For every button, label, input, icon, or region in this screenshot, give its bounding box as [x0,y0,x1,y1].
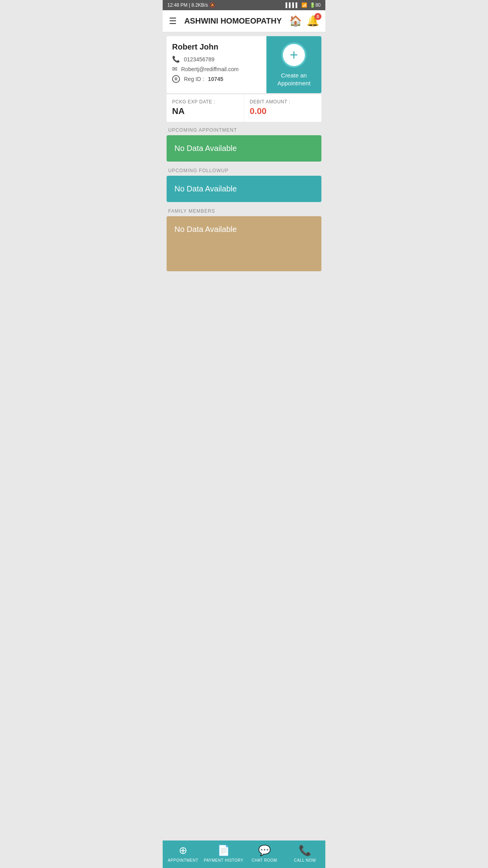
profile-card: Robert John 📞 0123456789 ✉ Robertj@redif… [167,36,321,93]
battery-icon: 🔋80 [310,2,321,8]
status-bar: 12:48 PM | 8.2KB/s 🔕 ▌▌▌▌ 📶 🔋80 [163,0,325,10]
create-appointment-button[interactable]: + Create anAppointment [266,36,321,93]
home-button[interactable]: 🏠 [289,15,302,27]
email-row: ✉ Robertj@rediffmail.com [172,65,261,73]
status-icons: ▌▌▌▌ 📶 🔋80 [286,2,321,8]
header-actions: 🏠 🔔 0 [289,15,319,27]
pkg-exp-label: PCKG EXP DATE : [172,99,238,105]
family-members-no-data: No Data Available [174,225,314,234]
upcoming-followup-card: No Data Available [167,176,321,202]
pkg-exp-cell: PCKG EXP DATE : NA [167,94,244,122]
upcoming-appointment-card: No Data Available [167,135,321,162]
reg-id: 10745 [208,76,223,82]
email-address: Robertj@rediffmail.com [181,66,238,72]
upcoming-followup-no-data: No Data Available [174,184,314,193]
notification-badge: 0 [314,13,321,20]
phone-row: 📞 0123456789 [172,55,261,63]
create-appointment-label: Create anAppointment [277,72,310,87]
info-row: PCKG EXP DATE : NA DEBIT AMOUNT : 0.00 [167,94,321,122]
reg-icon: R [172,75,180,83]
email-icon: ✉ [172,65,177,73]
wifi-icon: 📶 [301,2,307,8]
notification-bell-wrapper[interactable]: 🔔 0 [306,15,319,27]
signal-icon: ▌▌▌▌ [286,2,299,8]
debit-value: 0.00 [250,106,316,116]
plus-icon: + [290,48,298,62]
family-members-card: No Data Available [167,216,321,271]
create-plus-circle: + [281,42,306,68]
main-content: Robert John 📞 0123456789 ✉ Robertj@redif… [163,32,325,303]
upcoming-followup-section-label: UPCOMING FOLLOWUP [167,162,321,176]
phone-icon: 📞 [172,55,180,63]
profile-info: Robert John 📞 0123456789 ✉ Robertj@redif… [167,36,266,93]
app-title: ASHWINI HOMOEOPATHY [177,17,289,26]
pkg-exp-value: NA [172,106,238,116]
menu-button[interactable]: ☰ [169,16,177,26]
upcoming-appointment-no-data: No Data Available [174,144,314,153]
reg-row: R Reg ID : 10745 [172,75,261,83]
debit-amount-cell: DEBIT AMOUNT : 0.00 [244,94,322,122]
patient-name: Robert John [172,42,261,51]
phone-number: 0123456789 [184,56,215,63]
upcoming-appointment-section-label: UPCOMING APPOINTMENT [167,122,321,135]
family-members-section-label: FAMILY MEMBERS [167,203,321,216]
debit-label: DEBIT AMOUNT : [250,99,316,105]
header: ☰ ASHWINI HOMOEOPATHY 🏠 🔔 0 [163,10,325,32]
reg-label: Reg ID : [184,76,204,82]
status-time-network: 12:48 PM | 8.2KB/s 🔕 [167,2,215,8]
